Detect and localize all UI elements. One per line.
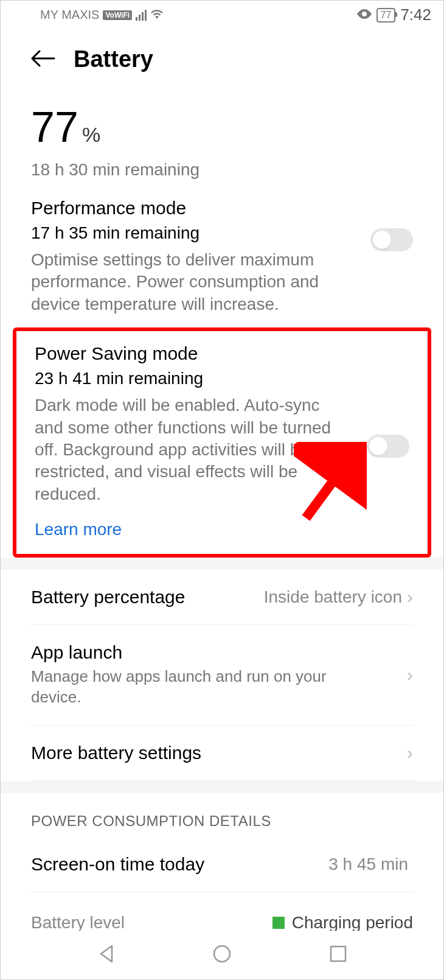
app-launch-desc: Manage how apps launch and run on your d…: [31, 667, 347, 708]
back-icon[interactable]: [31, 49, 55, 70]
page-title: Battery: [74, 46, 153, 72]
screen-on-value: 3 h 45 min: [328, 855, 408, 874]
battery-percentage-value: Inside battery icon: [264, 587, 402, 607]
screen-on-time-row[interactable]: Screen-on time today 3 h 45 min: [31, 837, 413, 892]
page-header: Battery: [1, 28, 443, 85]
battery-value: 77: [31, 103, 78, 152]
annotation-arrow-icon: [294, 442, 367, 521]
power-saving-remaining: 23 h 41 min remaining: [35, 369, 409, 388]
chevron-right-icon: ›: [407, 743, 413, 763]
section-divider: [1, 558, 443, 570]
chart-legend: Battery level Charging period: [31, 892, 413, 933]
performance-mode-toggle[interactable]: [370, 228, 413, 251]
power-saving-title: Power Saving mode: [35, 343, 409, 364]
performance-mode-section: Performance mode 17 h 35 min remaining O…: [31, 180, 413, 315]
clock-label: 7:42: [400, 5, 431, 24]
screen-on-title: Screen-on time today: [31, 854, 328, 875]
eye-icon: [357, 8, 372, 22]
performance-mode-title: Performance mode: [31, 198, 413, 219]
battery-unit: %: [82, 123, 100, 147]
chevron-right-icon: ›: [407, 665, 413, 685]
power-saving-highlight: Power Saving mode 23 h 41 min remaining …: [13, 327, 431, 558]
signal-icon: [136, 10, 147, 21]
power-saving-toggle[interactable]: [367, 435, 409, 458]
navigation-bar: [1, 931, 443, 979]
svg-rect-2: [331, 947, 345, 961]
nav-recents-icon[interactable]: [328, 943, 349, 967]
legend-battery-level: Battery level: [31, 913, 265, 933]
performance-mode-remaining: 17 h 35 min remaining: [31, 223, 413, 243]
status-bar: MY MAXIS VoWiFi 77 7:42: [1, 1, 443, 28]
app-launch-row[interactable]: App launch Manage how apps launch and ru…: [31, 625, 413, 726]
app-launch-title: App launch: [31, 642, 407, 663]
battery-remaining: 18 h 30 min remaining: [31, 160, 413, 180]
battery-percentage-title: Battery percentage: [31, 587, 264, 607]
chevron-right-icon: ›: [407, 587, 413, 607]
performance-mode-desc: Optimise settings to deliver maximum per…: [31, 249, 335, 315]
power-saving-desc: Dark mode will be enabled. Auto-sync and…: [35, 394, 339, 505]
nav-back-icon[interactable]: [96, 943, 117, 967]
more-battery-settings-title: More battery settings: [31, 743, 407, 763]
battery-percentage-row[interactable]: Battery percentage Inside battery icon ›: [31, 570, 413, 625]
svg-line-0: [306, 460, 349, 518]
wifi-icon: [150, 8, 164, 22]
nav-home-icon[interactable]: [212, 943, 232, 967]
battery-level-display: 77 %: [31, 103, 413, 152]
section-divider: [1, 781, 443, 793]
svg-point-1: [214, 946, 230, 962]
power-consumption-header: POWER CONSUMPTION DETAILS: [31, 793, 413, 837]
more-battery-settings-row[interactable]: More battery settings ›: [31, 726, 413, 781]
battery-status-icon: 77: [376, 8, 396, 23]
legend-charging-period: Charging period: [292, 913, 413, 933]
vowifi-badge: VoWiFi: [103, 10, 132, 20]
learn-more-link[interactable]: Learn more: [35, 520, 122, 539]
legend-swatch-green: [272, 917, 285, 929]
carrier-label: MY MAXIS: [40, 8, 99, 22]
